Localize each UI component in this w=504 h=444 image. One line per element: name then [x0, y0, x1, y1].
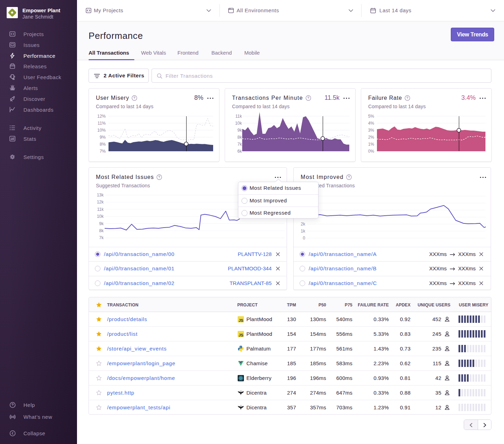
svg-text:12%: 12% [97, 114, 106, 119]
svg-text:2%: 2% [368, 135, 374, 140]
svg-text:1k: 1k [301, 229, 306, 234]
svg-text:10k: 10k [235, 121, 242, 126]
svg-text:8k: 8k [99, 228, 104, 233]
svg-text:13k: 13k [97, 193, 104, 197]
svg-text:0: 0 [303, 236, 305, 241]
svg-text:4%: 4% [368, 121, 374, 126]
svg-text:10k: 10k [97, 214, 104, 219]
svg-text:0%: 0% [368, 149, 374, 154]
svg-text:12k: 12k [97, 200, 104, 204]
svg-text:3%: 3% [368, 128, 374, 133]
svg-text:10%: 10% [97, 128, 106, 133]
svg-text:8k: 8k [237, 135, 242, 140]
svg-text:7k: 7k [99, 235, 104, 240]
svg-text:JS: JS [239, 333, 243, 337]
svg-text:9%: 9% [100, 135, 106, 140]
svg-text:7k: 7k [237, 142, 242, 147]
svg-text:9k: 9k [237, 128, 242, 133]
svg-text:JS: JS [239, 318, 243, 322]
svg-text:11k: 11k [97, 207, 104, 212]
svg-text:9k: 9k [99, 221, 104, 226]
svg-text:11k: 11k [236, 114, 242, 119]
svg-text:1%: 1% [368, 142, 374, 147]
svg-text:7%: 7% [100, 149, 106, 154]
svg-text:11%: 11% [98, 121, 106, 126]
svg-text:2k: 2k [301, 222, 306, 227]
svg-text:5%: 5% [368, 114, 374, 119]
svg-text:8%: 8% [100, 142, 106, 147]
svg-text:6k: 6k [237, 149, 242, 154]
